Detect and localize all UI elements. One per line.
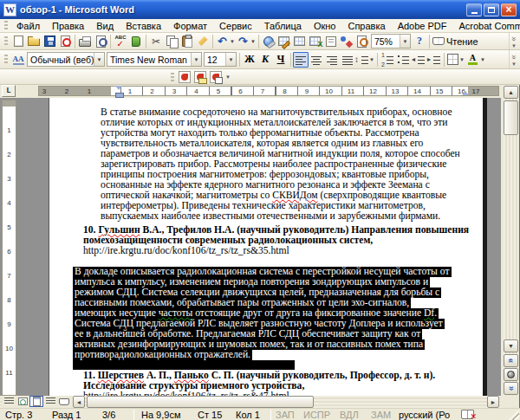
styles-and-formatting-button[interactable] [10,52,26,68]
vertical-scrollbar-thumb[interactable] [504,100,518,135]
browse-previous-button[interactable] [504,354,518,367]
scroll-down-button[interactable] [504,339,518,352]
format-painter-button[interactable] [195,34,211,49]
toolbar-options-button[interactable] [509,33,518,49]
font-color-button[interactable] [465,52,486,68]
vertical-ruler[interactable]: 1234567891011 [2,100,16,396]
insert-hyperlink-button[interactable] [261,34,276,49]
print-button[interactable] [77,34,93,49]
copy-button[interactable] [164,34,179,49]
align-right-button[interactable] [324,52,340,68]
status-overtype-toggle[interactable]: ЗАМ [371,410,391,420]
document-map-button[interactable] [354,34,370,49]
bold-button[interactable]: Ж [242,52,257,68]
menu-item[interactable]: Таблица [258,20,308,32]
research-button[interactable] [128,34,144,49]
print-layout-button[interactable] [29,396,43,407]
menu-item[interactable]: Acrobat Comments [453,20,520,32]
menu-item[interactable]: Формат [167,20,213,32]
convert-to-pdf-review-button[interactable] [208,69,224,85]
chevron-down-icon[interactable] [250,39,256,44]
normal-view-button[interactable] [2,396,16,407]
tables-and-borders-button[interactable] [276,34,292,49]
menu-item[interactable]: Вид [90,20,120,32]
menu-item[interactable]: Справка [341,20,391,32]
menu-item[interactable]: Файл [10,20,46,32]
title-bar[interactable]: обзор-1 - Microsoft Word [0,0,520,19]
chevron-down-icon[interactable] [400,35,410,48]
horizontal-ruler[interactable]: 321 12345678910111213141516 17 [38,86,499,96]
convert-to-pdf-email-button[interactable] [192,69,208,85]
reading-layout-button[interactable] [57,396,71,407]
underline-button[interactable]: Ч [273,52,289,68]
toolbar-options-button[interactable] [509,50,518,68]
horizontal-scrollbar-thumb[interactable] [87,396,314,408]
browse-next-button[interactable] [504,382,518,395]
pdf-toolbar-options-button[interactable] [225,74,231,80]
minimize-button[interactable] [466,3,482,16]
numbered-list-button[interactable] [380,52,395,68]
insert-excel-table-button[interactable] [308,34,323,49]
permission-button[interactable] [57,34,73,49]
tab-selector-button[interactable] [2,85,16,97]
open-button[interactable] [26,34,42,49]
select-browse-object-button[interactable] [504,368,518,381]
status-extend-selection-toggle[interactable]: ВДЛ [340,410,359,420]
decrease-indent-button[interactable] [411,52,426,68]
redo-button[interactable] [236,34,257,49]
outline-view-button[interactable] [43,396,57,407]
toolbar-grip[interactable] [4,55,8,64]
font-select[interactable]: Times New Roman [107,52,202,67]
menu-item[interactable]: Вставка [120,20,167,32]
toolbar-grip[interactable] [171,73,174,82]
chevron-down-icon[interactable] [480,57,485,62]
help-button[interactable] [412,34,427,49]
print-preview-button[interactable] [93,34,108,49]
borders-button[interactable] [446,52,465,68]
toolbar-grip[interactable] [4,36,8,46]
save-button[interactable] [42,34,57,49]
window-resize-grip[interactable] [508,410,519,420]
drawing-button[interactable] [339,34,354,49]
paste-button[interactable] [179,34,195,49]
chevron-down-icon[interactable] [94,53,104,66]
chevron-down-icon[interactable] [369,57,374,62]
read-mode-button[interactable]: Чтение [432,34,479,49]
zoom-select[interactable]: 75% [371,34,411,48]
chevron-down-icon[interactable] [230,39,235,44]
status-track-changes-toggle[interactable]: ИСПР [303,410,330,420]
right-indent-marker[interactable] [462,91,469,95]
toolbar-grip[interactable] [4,21,8,30]
vertical-scrollbar[interactable] [504,86,518,396]
justify-button[interactable] [340,52,355,68]
selected-paragraph[interactable]: В докладе описывается радиолокационная с… [73,267,452,360]
status-record-macro-toggle[interactable]: ЗАП [276,410,295,420]
increase-indent-button[interactable] [426,52,442,68]
insert-table-button[interactable] [292,34,308,49]
scroll-right-button[interactable] [487,396,499,408]
restore-button[interactable] [484,3,499,16]
menu-item[interactable]: Правка [46,20,90,32]
columns-button[interactable] [323,34,339,49]
menu-item[interactable]: Сервис [213,20,258,32]
menu-item[interactable]: Adobe PDF [392,20,453,32]
web-layout-button[interactable] [16,396,29,407]
bullet-list-button[interactable] [395,52,411,68]
indent-marker[interactable] [115,86,123,98]
align-center-button[interactable] [309,52,324,68]
new-document-button[interactable] [10,34,26,49]
cut-button[interactable] [148,34,164,49]
menu-item[interactable]: Окно [308,20,342,32]
chevron-down-icon[interactable] [459,57,465,62]
spelling-status-icon[interactable] [461,410,474,419]
line-spacing-button[interactable] [355,52,375,68]
font-size-select[interactable]: 12 [204,52,237,67]
document-page[interactable]: В статье внимание сосредоточено на магни… [49,98,483,396]
close-button[interactable] [501,3,517,16]
align-left-button[interactable] [293,52,309,68]
spelling-button[interactable] [113,34,128,49]
scroll-up-button[interactable] [504,86,518,99]
undo-button[interactable] [215,34,236,49]
convert-to-pdf-button[interactable] [177,69,192,85]
chevron-down-icon[interactable] [225,53,236,66]
